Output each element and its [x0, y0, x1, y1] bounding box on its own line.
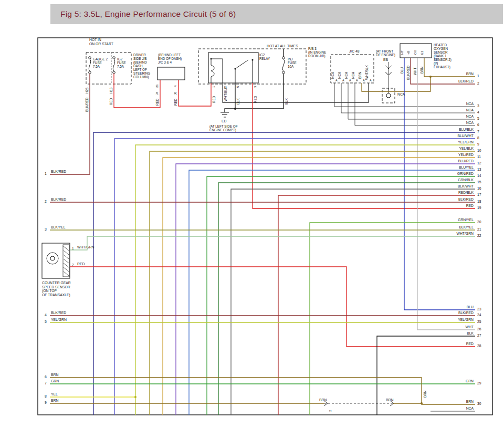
- right-wire-number: 20: [477, 220, 481, 224]
- diagram-labels: HOT IN ON OR STARTGAUGE 2 FUSE 7.5AIG2 F…: [0, 0, 504, 428]
- right-wire-number: 11: [477, 155, 481, 159]
- rb3-label: R/B 3 (IN ENGINE ROOM J/B): [308, 47, 326, 58]
- right-wire-color: BLU/BLK: [459, 128, 474, 132]
- brn-label-a: BRN: [319, 398, 327, 402]
- right-wire-color: WHT/GRN: [457, 232, 474, 236]
- o2-pin-b: +B: [407, 50, 411, 55]
- right-wire-number: 4: [477, 110, 479, 114]
- right-wire-color: BLK/RED: [458, 197, 474, 202]
- left-wire-color: BLK/RED: [51, 311, 66, 315]
- left-wire-number: 4: [45, 313, 47, 317]
- right-wire-number: 22: [477, 234, 481, 238]
- pin-2-bottom: 2: [329, 410, 332, 412]
- driver-jb-label: DRIVER SIDE J/B (BEHIND DASH, LEFT OF ST…: [133, 53, 150, 79]
- cgss-label: COUNTER GEAR SPEED SENSOR (ON TOP OF TRA…: [42, 281, 71, 297]
- right-wire-color: GRN: [466, 379, 474, 383]
- right-wire-number: 9: [477, 142, 479, 147]
- pin-j8: J8: [174, 92, 177, 95]
- at-front-of-engine-label: (AT FRONT OF ENGINE): [376, 49, 395, 57]
- hot-in-label: HOT IN ON OR START: [89, 38, 113, 46]
- pin-h25: H25: [85, 87, 89, 93]
- wire-red-vertical-5: RED: [254, 96, 257, 103]
- right-wire-number: 29: [477, 381, 481, 385]
- left-wire-color: YEL: [51, 392, 58, 396]
- left-wire-color: YEL/GRN: [51, 318, 67, 322]
- relay-pin-1: 1: [212, 86, 216, 88]
- o2-pin-e1: E1: [421, 51, 424, 55]
- wire-blkred-vertical: BLK/RED: [85, 98, 89, 112]
- right-wire-number: 14: [477, 174, 481, 178]
- right-wire-color: BLK/WHT: [458, 184, 474, 189]
- jc48-pin-a-1: A: [335, 79, 338, 82]
- right-wire-color: BLU/RED: [458, 159, 474, 163]
- o2-pin-ox: OX: [414, 50, 417, 55]
- right-wire-color: BLU: [467, 305, 474, 309]
- o2-pin-ht: HT: [401, 50, 404, 55]
- jc48-pin-a-4: A: [356, 79, 358, 82]
- right-wire-color: RED: [466, 342, 474, 346]
- o2-wire-blu: BLU: [400, 67, 404, 74]
- cgss-wire-red: RED: [77, 262, 85, 266]
- right-wire-number: 18: [477, 200, 481, 204]
- jc48-pin-a-3: A: [349, 79, 351, 82]
- right-wire-color: YEL/BLK: [459, 147, 474, 151]
- left-wire-number: 2: [45, 200, 47, 204]
- right-wire-color: RED: [466, 204, 474, 208]
- right-wire-color: YEL/GRN: [458, 318, 474, 322]
- right-wire-number: 16: [477, 186, 481, 191]
- left-wire-number: 5: [45, 320, 47, 324]
- ed-label: ED: [222, 119, 226, 123]
- ed-location-label: (AT LEFT SIDE OF ENGINE COMPT): [209, 124, 238, 132]
- jc48-pin-nca-3: NCA: [344, 72, 348, 79]
- pin-h18: H18: [109, 87, 113, 93]
- jc48-pin-a-5: A: [363, 79, 365, 82]
- right-wire-color: NCA: [466, 108, 474, 112]
- o2-wire-wht: WHT: [413, 68, 417, 75]
- right-wire-color: GRN/RED: [457, 172, 474, 176]
- ig2-fuse-label: IG2 FUSE 7.5A: [117, 57, 126, 68]
- right-wire-number: 8: [477, 136, 479, 140]
- left-wire-number: 9: [45, 401, 47, 405]
- wire-whtblk-vertical: WHT/BLK: [224, 87, 227, 101]
- right-wire-color: BLU/WHT: [457, 134, 474, 138]
- right-wire-number: 2: [477, 81, 479, 86]
- wire-red-vertical-4: RED: [212, 96, 216, 103]
- right-wire-number: 6: [477, 123, 479, 127]
- brn-label-b: BRN: [386, 398, 393, 402]
- right-wire-number: 3: [477, 104, 479, 108]
- right-wire-color: BLK/YEL: [459, 225, 474, 229]
- right-wire-color: RED/BLK: [458, 191, 474, 195]
- right-wire-color: BLK/RED: [458, 79, 474, 83]
- jc48-pin-a-2: A: [342, 79, 344, 82]
- right-wire-number: 28: [477, 344, 481, 348]
- gauge2-fuse-label: GAUGE 2 FUSE 7.5A: [93, 57, 108, 68]
- right-wire-color: NCA: [466, 121, 474, 125]
- jc48-pin-brn: BRN: [358, 72, 362, 79]
- jc48-label: J/C 48: [349, 49, 360, 54]
- right-wire-color: NCA: [466, 406, 474, 411]
- left-wire-color: BRN: [51, 399, 58, 403]
- right-wire-color: BRN: [466, 400, 474, 404]
- jc48-pin-whtblk: WHT/BLK: [365, 65, 369, 80]
- left-wire-color: GRN: [51, 379, 59, 383]
- left-wire-color: BLK/RED: [51, 170, 66, 174]
- right-wire-number: 25: [477, 320, 481, 324]
- left-wire-number: 1: [45, 172, 47, 176]
- right-wire-number: 23: [477, 307, 481, 311]
- wire-blk-vertical-1: BLK: [236, 98, 240, 105]
- eb-label: EB: [383, 58, 388, 62]
- right-wire-color: WHT: [466, 325, 474, 329]
- left-wire-color: BLK/RED: [51, 197, 66, 202]
- pin-j4: J4: [155, 92, 159, 95]
- right-wire-color: BLK: [467, 331, 474, 336]
- o2-wire-brn: BRN: [420, 67, 424, 74]
- right-wire-number: 12: [477, 161, 481, 165]
- right-wire-color: YEL/RED: [458, 153, 474, 157]
- relay-pin-5: 5: [236, 86, 240, 88]
- right-wire-number: 13: [477, 168, 481, 172]
- right-wire-color: BLU/YEL: [459, 165, 474, 170]
- right-wire-color: BLK/RED: [458, 311, 474, 315]
- left-wire-number: 7: [45, 381, 47, 385]
- hot-at-all-times-label: HOT AT ALL TIMES: [267, 44, 298, 48]
- wire-red-vertical-3: RED: [174, 99, 177, 106]
